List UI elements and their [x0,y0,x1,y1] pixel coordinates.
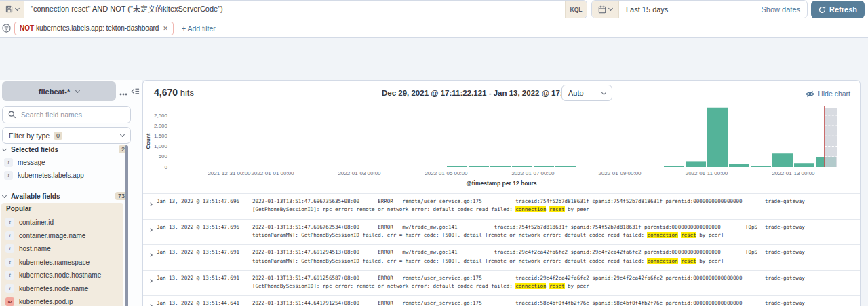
filter-bar: NOTkubernetes.labels.app: tekton-dashboa… [0,19,868,38]
saved-query-menu-button[interactable] [0,1,24,18]
ip-field-type-icon: IP [5,297,14,306]
chevron-down-icon [75,88,80,93]
histogram-bar[interactable] [664,166,684,167]
chevron-down-icon [14,6,19,11]
field-name: kubernetes.namespace [19,259,90,266]
field-item-kubernetes.pod.ip[interactable]: IPkubernetes.pod.ip [1,295,123,306]
search-icon [8,111,16,119]
search-field-names-input[interactable]: Search field names [2,106,131,123]
field-item-kubernetes.node.name[interactable]: tkubernetes.node.name [1,282,123,296]
documents-table: Jan 13, 2022 @ 13:51:47.6962022-01-13T13… [143,193,860,306]
histogram-bar[interactable] [751,166,771,167]
calendar-icon [598,5,606,14]
histogram-bar[interactable] [469,166,489,167]
field-name: container.image.name [19,232,85,240]
text-field-type-icon: t [4,171,13,180]
y-axis-tick: 2,500 [154,113,168,119]
histogram-bar[interactable] [490,166,511,167]
expand-row-icon[interactable] [149,251,152,259]
filter-negated-prefix: NOT [20,24,34,32]
field-item-host.name[interactable]: thost.name [1,242,123,256]
sidebar-scrollbar[interactable] [125,145,128,306]
filter-by-type-dropdown[interactable]: Filter by type 0 [2,127,131,144]
fields-sidebar: filebeat-* Search field names Filter by … [0,80,142,306]
kql-syntax-badge[interactable]: KQL [565,1,587,18]
chevron-down-icon [608,6,613,11]
popular-fields-list: tcontainer.idtcontainer.image.namethost.… [1,216,123,306]
selected-fields-list: tmessagetkubernetes.labels.app [0,156,125,182]
refresh-icon [818,6,826,14]
hits-count: 4,670 [154,87,178,98]
field-name: kubernetes.pod.ip [19,298,73,305]
index-pattern-switcher[interactable]: filebeat-* [2,81,116,101]
interval-select[interactable]: Auto [561,85,612,101]
popular-fields-section: Popular tcontainer.idtcontainer.image.na… [1,203,123,306]
histogram-bar[interactable] [794,163,814,167]
chevron-down-icon [120,132,125,137]
remove-filter-icon[interactable]: ✕ [163,25,168,32]
doc-timestamp: Jan 13, 2022 @ 13:51:47.696 [157,223,239,231]
y-axis-tick: 2,000 [154,123,168,129]
doc-message: 2022-01-13T13:51:47.696762534+08:00 ERRO… [252,223,761,240]
text-field-type-icon: t [5,244,14,253]
query-input-group: "connection reset" AND NOT ("未定义的kitexSe… [0,0,587,18]
doc-message: 2022-01-13T13:51:44.641791254+08:00 ERRO… [252,299,761,306]
kql-query-input[interactable]: "connection reset" AND NOT ("未定义的kitexSe… [24,4,565,14]
hide-chart-button[interactable]: Hide chart [806,90,850,98]
filter-pill-list: NOTkubernetes.labels.app: tekton-dashboa… [11,22,174,35]
histogram-chart[interactable]: 05001,0001,5002,0002,5002021-12-31 00:00… [143,100,860,191]
doc-message: 2022-01-13T13:51:47.696735635+08:00 ERRO… [252,197,761,214]
field-item-container.id[interactable]: tcontainer.id [1,216,123,229]
y-axis-tick: 1,000 [154,143,168,149]
histogram-bar[interactable] [772,153,793,167]
histogram-bar[interactable] [729,164,749,167]
field-name: host.name [19,245,51,252]
available-fields-header[interactable]: Available fields 73 [3,191,127,202]
filter-by-type-count-badge: 0 [54,132,62,140]
expand-row-icon[interactable] [149,200,152,208]
histogram-bar[interactable] [707,108,728,167]
histogram-bar[interactable] [534,166,554,167]
doc-timestamp: Jan 13, 2022 @ 13:51:47.691 [157,248,239,256]
field-item-message[interactable]: tmessage [0,156,125,169]
interval-value: Auto [568,89,584,97]
content-area: filebeat-* Search field names Filter by … [0,38,868,306]
x-axis-tick: 2022-01-03 00:00 [338,170,381,176]
field-item-kubernetes.labels.app[interactable]: tkubernetes.labels.app [0,169,125,182]
doc-timestamp: Jan 13, 2022 @ 13:51:44.641 [157,299,239,306]
field-name: kubernetes.node.hostname [19,271,101,279]
more-options-icon[interactable] [119,89,127,97]
popular-label: Popular [1,205,123,216]
add-filter-button[interactable]: + Add filter [182,24,216,33]
y-axis-tick: 0 [165,164,168,170]
expand-row-icon[interactable] [149,277,152,285]
filter-label: kubernetes.labels.app: tekton-dashboard [36,24,159,32]
filters-menu-icon[interactable] [2,24,11,33]
filter-pill[interactable]: NOTkubernetes.labels.app: tekton-dashboa… [14,22,174,35]
field-item-kubernetes.node.hostname[interactable]: tkubernetes.node.hostname [1,269,123,282]
doc-timestamp: Jan 13, 2022 @ 13:51:47.696 [157,197,239,206]
histogram-bar[interactable] [686,161,706,167]
doc-table-row: Jan 13, 2022 @ 13:51:47.6912022-01-13T13… [143,270,860,296]
field-name: container.id [19,218,54,226]
histogram-bar[interactable] [447,166,467,167]
doc-table-row: Jan 13, 2022 @ 13:51:44.6412022-01-13T13… [143,295,860,306]
field-item-kubernetes.namespace[interactable]: tkubernetes.namespace [1,256,123,269]
partial-bucket-overlay [825,108,837,167]
doc-app-label: trade-gateway [765,197,805,206]
refresh-button[interactable]: Refresh [811,1,865,18]
histogram-bar[interactable] [555,166,576,167]
doc-table-row: Jan 13, 2022 @ 13:51:47.6912022-01-13T13… [143,244,860,270]
available-fields-title: Available fields [11,193,60,200]
time-range-value[interactable]: Last 15 days [619,5,762,14]
expand-row-icon[interactable] [149,226,152,234]
collapse-sidebar-icon[interactable] [131,87,140,97]
field-item-container.image.name[interactable]: tcontainer.image.name [1,229,123,243]
date-picker-quick-menu[interactable] [592,1,619,18]
expand-row-icon[interactable] [149,302,152,306]
doc-message: 2022-01-13T13:51:47.691256587+08:00 ERRO… [252,274,761,291]
show-dates-button[interactable]: Show dates [762,5,807,14]
selected-fields-header[interactable]: Selected fields 2 [3,144,127,155]
histogram-bar[interactable] [512,166,532,167]
chevron-down-icon [2,146,7,151]
